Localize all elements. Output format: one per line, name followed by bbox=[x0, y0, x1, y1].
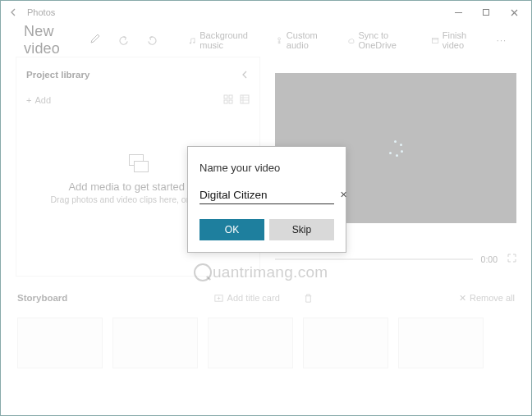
time-display: 0:00 bbox=[481, 254, 498, 264]
app-window: Photos New video bbox=[0, 0, 532, 416]
svg-rect-8 bbox=[229, 100, 232, 103]
collapse-library-button[interactable] bbox=[241, 69, 250, 81]
loading-spinner-icon bbox=[388, 140, 404, 157]
svg-rect-5 bbox=[224, 95, 227, 98]
redo-button[interactable] bbox=[141, 35, 162, 46]
svg-rect-4 bbox=[432, 38, 438, 43]
background-music-button[interactable]: Background music bbox=[183, 30, 264, 50]
clip-placeholder[interactable] bbox=[208, 318, 293, 368]
minimize-button[interactable] bbox=[444, 2, 472, 22]
plus-icon: + bbox=[26, 95, 31, 105]
add-label: Add bbox=[34, 95, 51, 105]
undo-button[interactable] bbox=[114, 35, 135, 46]
maximize-button[interactable] bbox=[472, 2, 500, 22]
delete-button[interactable] bbox=[298, 293, 319, 304]
sync-label: Sync to OneDrive bbox=[359, 30, 415, 50]
storyboard-panel: Storyboard Add title card ✕ Remove all bbox=[1, 277, 531, 368]
remove-all-label: Remove all bbox=[470, 293, 515, 303]
fullscreen-icon[interactable] bbox=[507, 254, 516, 265]
svg-point-3 bbox=[277, 37, 280, 39]
library-title: Project library bbox=[26, 70, 89, 80]
ok-button[interactable]: OK bbox=[200, 219, 264, 240]
media-placeholder-icon bbox=[126, 154, 150, 176]
clip-placeholder[interactable] bbox=[303, 318, 388, 368]
add-title-card-label: Add title card bbox=[227, 293, 280, 303]
svg-point-2 bbox=[193, 41, 195, 43]
pencil-icon[interactable] bbox=[89, 33, 101, 48]
svg-point-1 bbox=[190, 42, 191, 43]
clip-placeholder[interactable] bbox=[398, 318, 484, 368]
sync-onedrive-button[interactable]: Sync to OneDrive bbox=[342, 30, 419, 50]
svg-rect-0 bbox=[484, 10, 489, 16]
svg-rect-9 bbox=[241, 95, 249, 103]
dialog-heading: Name your video bbox=[200, 162, 334, 174]
video-name-input[interactable] bbox=[200, 189, 338, 201]
svg-rect-7 bbox=[224, 100, 227, 103]
timeline-scrubber[interactable] bbox=[275, 258, 473, 260]
skip-button[interactable]: Skip bbox=[269, 219, 334, 240]
clip-placeholder[interactable] bbox=[17, 318, 103, 368]
list-view-icon[interactable] bbox=[240, 94, 250, 107]
close-button[interactable] bbox=[500, 2, 528, 22]
storyboard-title: Storyboard bbox=[17, 293, 67, 303]
name-video-dialog: Name your video ✕ OK Skip bbox=[187, 146, 346, 253]
titlebar: Photos bbox=[1, 1, 531, 24]
app-title: Photos bbox=[24, 7, 55, 17]
grid-view-icon[interactable] bbox=[223, 94, 233, 107]
finish-video-button[interactable]: Finish video bbox=[426, 30, 485, 50]
finish-label: Finish video bbox=[443, 30, 480, 50]
add-title-card-button[interactable]: Add title card bbox=[209, 293, 285, 304]
clip-placeholder[interactable] bbox=[112, 318, 198, 368]
custom-audio-button[interactable]: Custom audio bbox=[270, 30, 336, 50]
more-button[interactable]: ··· bbox=[492, 35, 511, 45]
remove-all-button[interactable]: ✕ Remove all bbox=[459, 293, 515, 304]
header-bar: New video Background music Custom audio bbox=[1, 24, 531, 57]
custom-audio-label: Custom audio bbox=[287, 30, 330, 50]
close-icon: ✕ bbox=[459, 293, 466, 304]
back-button[interactable] bbox=[4, 2, 24, 22]
clear-input-icon[interactable]: ✕ bbox=[338, 190, 349, 200]
video-title: New video bbox=[24, 23, 80, 57]
storyboard-cards bbox=[17, 318, 515, 368]
background-music-label: Background music bbox=[200, 30, 258, 50]
add-media-button[interactable]: + Add bbox=[26, 95, 51, 105]
svg-rect-6 bbox=[229, 95, 232, 98]
